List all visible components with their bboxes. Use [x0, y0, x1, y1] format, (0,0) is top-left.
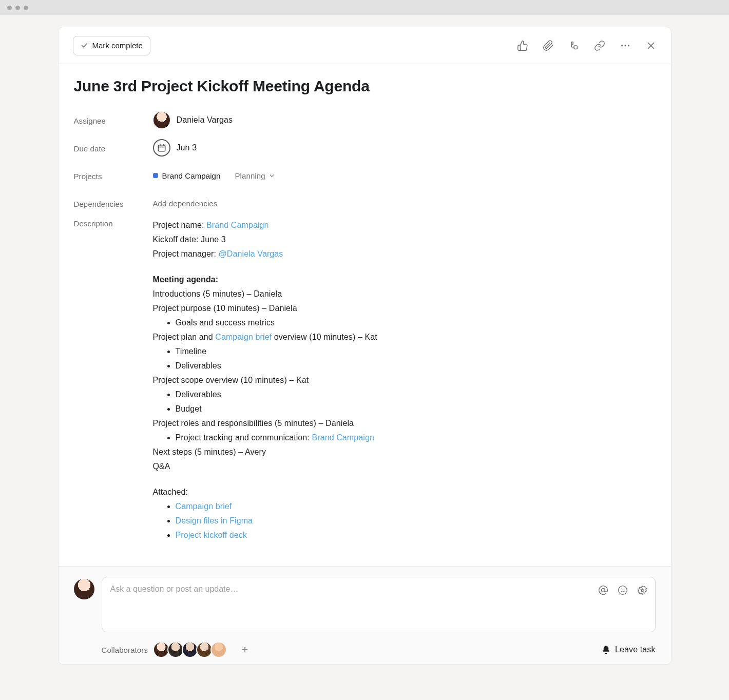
svg-point-11 [618, 586, 627, 595]
task-body: June 3rd Project Kickoff Meeting Agenda … [59, 64, 671, 566]
task-title[interactable]: June 3rd Project Kickoff Meeting Agenda [74, 77, 656, 95]
due-date-row: Due date Jun 3 [74, 134, 656, 162]
subtask-icon [568, 40, 580, 51]
comment-composer[interactable] [102, 577, 656, 632]
desc-project-name-link[interactable]: Brand Campaign [206, 221, 268, 229]
leave-task-label: Leave task [615, 645, 655, 654]
leave-task-button[interactable]: Leave task [601, 645, 655, 655]
desc-scope-bullet2: Budget [176, 402, 656, 416]
emoji-button[interactable] [617, 585, 628, 596]
traffic-light-minimize[interactable] [15, 6, 20, 10]
desc-scope-bullet1: Deliverables [176, 387, 656, 402]
project-color-dot [153, 173, 158, 178]
assignee-row: Assignee Daniela Vargas [74, 106, 656, 134]
add-collaborator-button[interactable] [239, 644, 251, 655]
add-dependencies-button[interactable]: Add dependencies [153, 199, 218, 208]
svg-rect-6 [158, 145, 165, 151]
desc-plan-suffix: overview (10 minutes) – Kat [272, 333, 377, 341]
link-icon [594, 40, 605, 51]
collaborators-label: Collaborators [102, 646, 148, 654]
desc-attached-heading: Attached: [153, 485, 656, 499]
mark-complete-label: Mark complete [92, 41, 143, 50]
bell-icon [601, 645, 611, 655]
calendar-icon [153, 139, 170, 157]
mark-complete-button[interactable]: Mark complete [73, 36, 150, 55]
desc-purpose-bullet: Goals and success metrics [176, 316, 656, 330]
desc-pm-label: Project manager: [153, 249, 219, 258]
subtask-button[interactable] [568, 40, 580, 51]
desc-roles-bullet-link[interactable]: Brand Campaign [312, 433, 374, 442]
description-row: Description Project name: Brand Campaign… [74, 217, 656, 542]
dependencies-label: Dependencies [74, 199, 153, 208]
window-chrome [0, 0, 729, 15]
svg-point-1 [621, 45, 623, 46]
close-button[interactable] [645, 40, 657, 51]
desc-plan-bullet1: Timeline [176, 344, 656, 359]
collaborator-avatar-5[interactable] [210, 641, 227, 658]
svg-point-3 [627, 45, 629, 46]
traffic-light-zoom[interactable] [24, 6, 28, 10]
attached-link-1[interactable]: Campaign brief [176, 502, 232, 511]
task-header: Mark complete [59, 27, 671, 64]
svg-point-2 [624, 45, 626, 46]
svg-marker-14 [640, 589, 644, 592]
svg-point-10 [601, 589, 605, 592]
due-date-text: Jun 3 [177, 143, 197, 152]
desc-plan-bullet2: Deliverables [176, 359, 656, 373]
project-section-dropdown[interactable]: Planning [235, 171, 275, 180]
desc-scope-line: Project scope overview (10 minutes) – Ka… [153, 373, 656, 387]
assignee-avatar [153, 111, 170, 129]
attached-link-3[interactable]: Project kickoff deck [176, 531, 247, 539]
due-date-label: Due date [74, 143, 153, 153]
paperclip-icon [543, 40, 554, 51]
project-name: Brand Campaign [162, 171, 221, 180]
plus-icon [241, 646, 249, 654]
composer-area: Collaborators Leave task [59, 566, 671, 664]
chevron-down-icon [268, 172, 275, 179]
projects-row: Projects Brand Campaign Planning [74, 162, 656, 189]
traffic-light-close[interactable] [7, 6, 12, 10]
description-label: Description [74, 217, 153, 228]
comment-input[interactable] [102, 577, 655, 632]
thumbs-up-icon [517, 40, 528, 51]
svg-rect-0 [574, 46, 577, 49]
mention-button[interactable] [598, 585, 609, 596]
like-button[interactable] [517, 40, 528, 51]
copy-link-button[interactable] [594, 40, 605, 51]
desc-roles-bullet-prefix: Project tracking and communication: [176, 433, 312, 442]
current-user-avatar [74, 579, 94, 599]
attached-link-2[interactable]: Design files in Figma [176, 516, 253, 525]
header-actions [517, 40, 657, 51]
more-horizontal-icon [620, 40, 631, 51]
assignee-name: Daniela Vargas [177, 115, 233, 125]
projects-label: Projects [74, 171, 153, 181]
footer-row: Collaborators Leave task [74, 641, 656, 658]
desc-next-steps-line: Next steps (5 minutes) – Avery [153, 445, 656, 459]
collaborator-avatars [155, 641, 227, 658]
desc-purpose-line: Project purpose (10 minutes) – Daniela [153, 301, 656, 316]
at-sign-icon [598, 585, 608, 595]
desc-qa-line: Q&A [153, 459, 656, 474]
assignee-value[interactable]: Daniela Vargas [153, 111, 233, 129]
desc-project-name-label: Project name: [153, 221, 207, 229]
desc-plan-prefix: Project plan and [153, 333, 216, 341]
due-date-value[interactable]: Jun 3 [153, 139, 197, 157]
star-badge-icon [637, 585, 647, 595]
desc-plan-link[interactable]: Campaign brief [215, 333, 272, 341]
desc-roles-line: Project roles and responsibilities (5 mi… [153, 416, 656, 431]
attach-button[interactable] [543, 40, 554, 51]
desc-intro-line: Introductions (5 minutes) – Daniela [153, 287, 656, 301]
project-section-label: Planning [235, 171, 265, 180]
description-content[interactable]: Project name: Brand Campaign Kickoff dat… [153, 217, 656, 542]
smile-icon [618, 585, 628, 595]
more-actions-button[interactable] [620, 40, 631, 51]
assignee-label: Assignee [74, 115, 153, 125]
project-chip[interactable]: Brand Campaign [153, 171, 221, 180]
desc-pm-mention[interactable]: @Daniela Vargas [218, 249, 283, 258]
task-detail-panel: Mark complete [58, 27, 672, 665]
appreciation-button[interactable] [637, 585, 648, 596]
desc-agenda-heading: Meeting agenda: [153, 273, 656, 287]
check-icon [81, 42, 88, 49]
desc-kickoff-line: Kickoff date: June 3 [153, 232, 656, 247]
collaborators-section: Collaborators [102, 641, 251, 658]
